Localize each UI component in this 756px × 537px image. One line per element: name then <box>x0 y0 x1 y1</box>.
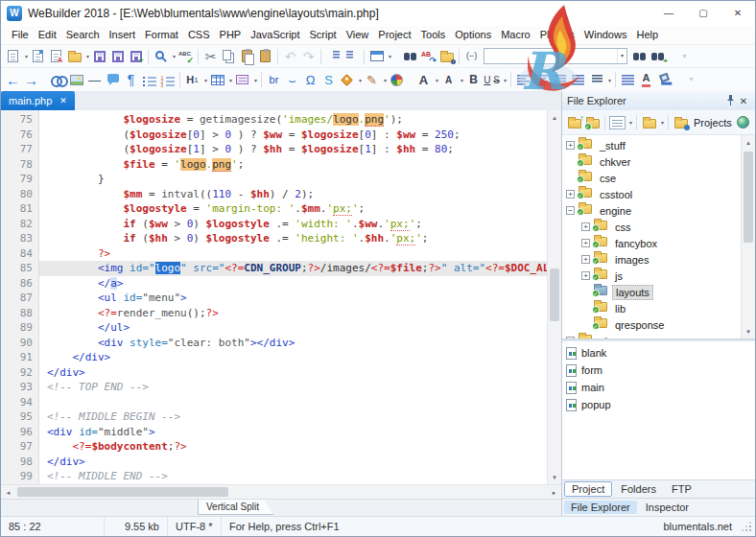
tree-item-images[interactable]: +✓images <box>562 251 741 268</box>
code-line-98[interactable]: </div> <box>39 455 547 470</box>
scroll-up-arrow-icon[interactable]: ▴ <box>548 110 561 125</box>
code-line-87[interactable]: <ul id="menu"> <box>39 291 547 306</box>
file-list[interactable]: blankformmainpopup <box>562 341 755 479</box>
replace-in-files-button[interactable]: AB↷ <box>419 47 437 65</box>
code-line-92[interactable]: </div> <box>39 365 547 381</box>
code-line-80[interactable]: $mm = intval((110 - $hh) / 2); <box>39 187 547 202</box>
tree-item-js[interactable]: +✓js <box>562 268 741 284</box>
menu-help[interactable]: Help <box>631 26 663 44</box>
panel-tab-ftp[interactable]: FTP <box>665 482 698 496</box>
expand-icon[interactable]: + <box>566 141 575 150</box>
tree-item-engine[interactable]: −✓engine <box>562 202 741 219</box>
save-as-button[interactable]: + <box>127 47 145 65</box>
expand-icon[interactable]: + <box>566 190 575 198</box>
find-next-button[interactable] <box>630 47 649 65</box>
font-size-button[interactable]: A▾ <box>439 71 458 89</box>
new-file-button[interactable]: ▾ <box>4 47 22 65</box>
paste-button[interactable] <box>238 47 256 65</box>
parent-folder-button[interactable]: ↑ <box>565 113 583 131</box>
menu-php[interactable]: PHP <box>215 26 247 44</box>
find-previous-button[interactable]: + <box>649 47 667 65</box>
align-justify-button[interactable] <box>569 71 587 89</box>
tree-item-css[interactable]: +✓css <box>562 219 741 235</box>
code-line-97[interactable]: <?=$bodycontent;?> <box>39 439 547 455</box>
tree-scroll-thumb[interactable] <box>744 152 753 243</box>
editor-vertical-scrollbar[interactable]: ▴ ▾ <box>547 110 561 484</box>
heading-button[interactable]: H1▾ <box>183 71 201 89</box>
panel-tab-project[interactable]: Project <box>564 481 612 497</box>
navigate-forward-button[interactable]: → <box>22 71 40 89</box>
vertical-split-tab[interactable]: Vertical Split <box>198 500 273 515</box>
view-style-button[interactable]: ▾ <box>608 113 626 131</box>
tree-item-_stuff[interactable]: +✓_stuff <box>562 137 741 153</box>
color-picker-button[interactable] <box>388 71 406 89</box>
menu-script[interactable]: Script <box>305 26 342 44</box>
toolbar1-overflow-button[interactable]: ▾ <box>675 47 694 65</box>
file-item-main[interactable]: main <box>562 379 755 396</box>
code-line-95[interactable]: <!-- MIDDLE BEGIN --> <box>39 409 547 425</box>
code-line-79[interactable]: } <box>39 172 547 187</box>
code-line-76[interactable]: ($logosize[0] > 0 ) ? $ww = $logosize[0]… <box>39 128 547 143</box>
tree-item-layouts[interactable]: ✓layouts <box>562 284 741 300</box>
insert-link-button[interactable] <box>49 71 67 89</box>
scroll-left-arrow-icon[interactable]: ◂ <box>1 485 15 499</box>
editor-horizontal-scrollbar[interactable]: ◂ ▸ <box>1 484 561 499</box>
menu-tools[interactable]: Tools <box>416 26 451 44</box>
expand-icon[interactable]: + <box>581 222 590 231</box>
folder-tree[interactable]: +✓_stuff✓chkver✓cse+✓csstool−✓engine+✓cs… <box>562 135 755 339</box>
code-line-89[interactable]: </ul> <box>39 320 547 336</box>
insert-table-button[interactable]: ▾ <box>208 71 226 89</box>
tree-item-lib[interactable]: ✓lib <box>562 300 741 316</box>
scroll-down-arrow-icon[interactable]: ▾ <box>548 470 561 484</box>
code-line-85[interactable]: <img id="logo" src="<?=CDN_GROUP;?>/imag… <box>39 261 547 276</box>
highlight-color-button[interactable] <box>655 71 673 89</box>
resize-grip[interactable] <box>740 520 753 533</box>
browser-preview-button[interactable]: ▾ <box>367 47 386 65</box>
browse-web-button[interactable] <box>734 113 752 131</box>
insert-comment-button[interactable] <box>104 71 122 89</box>
menu-plugins[interactable]: Plugins <box>535 26 579 44</box>
code-line-77[interactable]: ($logosize[1] > 0 ) ? $hh = $logosize[1]… <box>39 142 547 157</box>
open-file-button[interactable]: ▾ <box>65 47 83 65</box>
tree-item-cse[interactable]: ✓cse <box>562 170 741 186</box>
expand-icon[interactable]: + <box>581 255 590 264</box>
new-web-document-button[interactable] <box>29 47 47 65</box>
decrease-indent-button[interactable] <box>343 47 361 65</box>
insert-tag-button[interactable]: ▾ <box>338 71 356 89</box>
cut-button[interactable]: ✂ <box>201 47 220 65</box>
tree-item-chkver[interactable]: ✓chkver <box>562 153 741 170</box>
menu-macro[interactable]: Macro <box>496 26 535 44</box>
code-line-99[interactable]: <!-- MIDDLE END --> <box>39 469 547 484</box>
align-right-button[interactable] <box>551 71 569 89</box>
find-in-files-button[interactable] <box>401 47 419 65</box>
panel-tab-file-explorer[interactable]: File Explorer <box>564 501 637 514</box>
code-line-93[interactable]: <!-- TOP END --> <box>39 380 547 395</box>
menu-project[interactable]: Project <box>373 26 415 44</box>
paragraph-format-button[interactable] <box>619 71 637 89</box>
code-line-83[interactable]: if ($hh > 0) $logostyle .= 'height: '.$h… <box>39 231 547 246</box>
expand-icon[interactable]: + <box>581 239 590 247</box>
menu-edit[interactable]: Edit <box>34 26 61 44</box>
file-item-popup[interactable]: popup <box>562 396 755 413</box>
copy-button[interactable] <box>220 47 238 65</box>
minimize-button[interactable]: — <box>651 1 686 26</box>
menu-format[interactable]: Format <box>140 26 183 44</box>
code-line-84[interactable]: ?> <box>39 246 547 262</box>
tab-close-icon[interactable]: ✕ <box>59 96 67 105</box>
spell-check-button[interactable]: ABC✓ <box>177 47 195 65</box>
new-from-template-button[interactable]: A <box>47 47 65 65</box>
unordered-list-button[interactable] <box>140 71 158 89</box>
panel-tab-folders[interactable]: Folders <box>614 482 663 496</box>
code-line-78[interactable]: $file = 'logo.png'; <box>39 157 547 173</box>
font-name-button[interactable]: A▾ <box>414 71 433 89</box>
code-line-91[interactable]: </div> <box>39 350 547 365</box>
quick-search-combo[interactable]: ▾ <box>484 48 627 64</box>
tree-item-fancybox[interactable]: +✓fancybox <box>562 235 741 251</box>
menu-css[interactable]: CSS <box>183 26 215 44</box>
horizontal-scroll-track[interactable] <box>15 485 547 499</box>
align-left-button[interactable] <box>514 71 532 89</box>
vertical-scroll-track[interactable] <box>548 125 561 470</box>
code-line-94[interactable] <box>39 395 547 410</box>
toolbar2-overflow-button[interactable]: ▾ <box>682 71 700 89</box>
align-center-button[interactable] <box>532 71 551 89</box>
